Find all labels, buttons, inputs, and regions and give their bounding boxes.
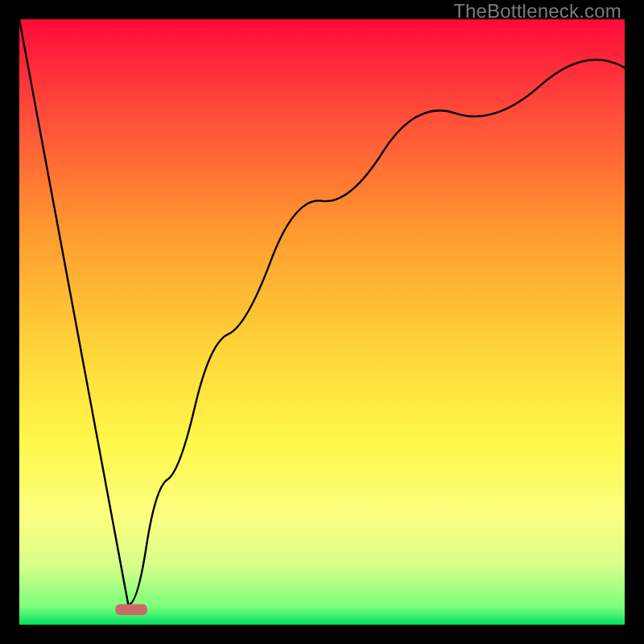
chart-background-gradient — [19, 19, 625, 625]
chart-canvas — [19, 19, 625, 625]
chart-frame — [19, 19, 625, 625]
watermark-text: TheBottleneck.com — [453, 0, 621, 23]
optimal-marker — [115, 604, 147, 615]
